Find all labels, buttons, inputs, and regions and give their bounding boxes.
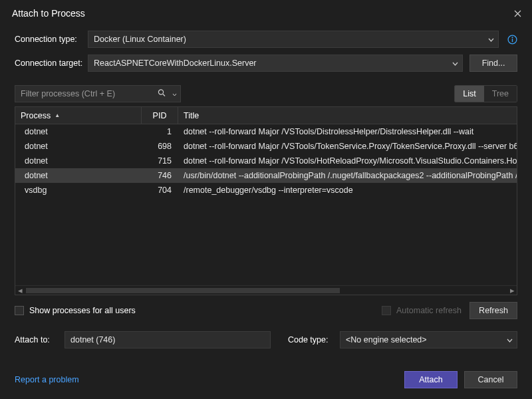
process-table: Process ▲ PID Title dotnet1dotnet --roll… <box>15 106 517 295</box>
cell-pid: 698 <box>142 139 178 154</box>
attach-to-process-dialog: Attach to Process Connection type: Docke… <box>0 0 532 399</box>
chevron-down-icon <box>507 335 513 344</box>
table-body: dotnet1dotnet --roll-forward Major /VSTo… <box>15 124 517 285</box>
attach-to-field[interactable]: dotnet (746) <box>65 331 271 348</box>
filter-placeholder: Filter processes (Ctrl + E) <box>21 89 115 98</box>
connection-type-value: Docker (Linux Container) <box>94 35 186 44</box>
scroll-left-icon[interactable]: ◂ <box>15 286 25 295</box>
chevron-down-icon <box>452 59 458 68</box>
cell-title: dotnet --roll-forward Major /VSTools/Hot… <box>178 154 517 168</box>
svg-line-4 <box>163 94 165 96</box>
refresh-button[interactable]: Refresh <box>469 302 517 319</box>
info-icon[interactable] <box>507 34 517 45</box>
chevron-down-icon <box>172 89 177 98</box>
cell-process: dotnet <box>15 168 142 183</box>
connection-target-combo[interactable]: ReactASPNETCoreWithDockerLinux.Server <box>88 55 463 72</box>
cell-process: dotnet <box>15 124 142 139</box>
view-list-button[interactable]: List <box>455 86 483 102</box>
connection-target-label: Connection target: <box>15 59 88 68</box>
checkbox-icon <box>15 306 24 315</box>
cancel-button[interactable]: Cancel <box>464 371 517 388</box>
cell-title: /remote_debugger/vsdbg --interpreter=vsc… <box>178 183 517 198</box>
column-process[interactable]: Process ▲ <box>15 107 142 124</box>
automatic-refresh-checkbox[interactable]: Automatic refresh <box>382 306 462 315</box>
code-type-value: <No engine selected> <box>346 335 427 344</box>
titlebar: Attach to Process <box>0 0 532 27</box>
view-tree-button[interactable]: Tree <box>484 86 517 102</box>
column-title[interactable]: Title <box>178 107 517 124</box>
table-row[interactable]: vsdbg704/remote_debugger/vsdbg --interpr… <box>15 183 517 198</box>
table-row[interactable]: dotnet715dotnet --roll-forward Major /VS… <box>15 154 517 168</box>
cell-pid: 1 <box>142 124 178 139</box>
report-problem-link[interactable]: Report a problem <box>15 375 79 384</box>
attach-to-value: dotnet (746) <box>70 335 115 344</box>
scrollbar-thumb[interactable] <box>26 288 340 293</box>
svg-point-1 <box>511 37 513 38</box>
cell-pid: 704 <box>142 183 178 198</box>
connection-type-label: Connection type: <box>15 35 88 44</box>
dialog-title: Attach to Process <box>12 8 85 19</box>
code-type-combo[interactable]: <No engine selected> <box>340 331 517 348</box>
horizontal-scrollbar[interactable]: ◂ ▸ <box>15 285 517 295</box>
scroll-right-icon[interactable]: ▸ <box>507 286 517 295</box>
close-button[interactable] <box>503 3 532 24</box>
show-all-users-checkbox[interactable]: Show processes for all users <box>15 306 136 315</box>
svg-point-3 <box>158 90 163 94</box>
sort-ascending-icon: ▲ <box>55 112 60 118</box>
cell-pid: 746 <box>142 168 178 183</box>
cell-title: dotnet --roll-forward Major /VSTools/Dis… <box>178 124 517 139</box>
connection-target-value: ReactASPNETCoreWithDockerLinux.Server <box>94 59 257 68</box>
column-pid[interactable]: PID <box>142 107 178 124</box>
code-type-label: Code type: <box>288 335 333 344</box>
cell-process: dotnet <box>15 139 142 154</box>
attach-button[interactable]: Attach <box>404 371 458 388</box>
filter-input[interactable]: Filter processes (Ctrl + E) <box>15 85 181 102</box>
view-toggle: List Tree <box>454 85 517 102</box>
table-row[interactable]: dotnet746/usr/bin/dotnet --additionalPro… <box>15 168 517 183</box>
cell-pid: 715 <box>142 154 178 168</box>
table-header: Process ▲ PID Title <box>15 107 517 124</box>
find-button[interactable]: Find... <box>469 55 517 72</box>
checkbox-icon <box>382 306 391 315</box>
close-icon <box>514 10 521 17</box>
svg-rect-2 <box>511 39 512 42</box>
table-row[interactable]: dotnet698dotnet --roll-forward Major /VS… <box>15 139 517 154</box>
cell-process: dotnet <box>15 154 142 168</box>
chevron-down-icon <box>488 35 494 44</box>
cell-process: vsdbg <box>15 183 142 198</box>
attach-to-label: Attach to: <box>15 335 58 344</box>
table-row[interactable]: dotnet1dotnet --roll-forward Major /VSTo… <box>15 124 517 139</box>
search-icon <box>158 89 166 99</box>
cell-title: dotnet --roll-forward Major /VSTools/Tok… <box>178 139 517 154</box>
cell-title: /usr/bin/dotnet --additionalProbingPath … <box>178 168 517 183</box>
connection-type-combo[interactable]: Docker (Linux Container) <box>88 31 499 48</box>
